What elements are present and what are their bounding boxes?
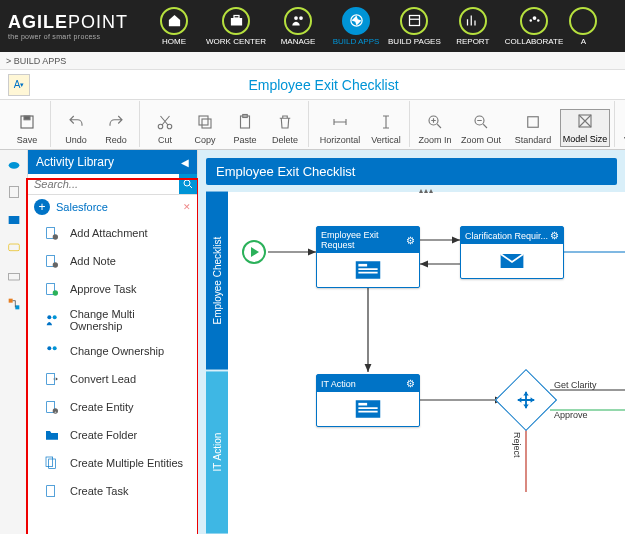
connectors [228, 192, 625, 534]
iconbar-cloud[interactable] [4, 154, 24, 174]
model-size-button[interactable]: Model Size [560, 109, 610, 147]
undo-button[interactable]: Undo [57, 111, 95, 147]
left-iconbar [0, 150, 28, 534]
nav-build-apps[interactable]: BUILD APPS [330, 7, 382, 46]
svg-rect-66 [358, 407, 377, 409]
svg-rect-48 [49, 459, 56, 468]
close-icon[interactable]: ✕ [183, 202, 191, 212]
lib-change-ownership[interactable]: Change Ownership [28, 337, 197, 365]
copy-button[interactable]: Copy [186, 111, 224, 147]
svg-point-39 [47, 315, 51, 319]
svg-rect-5 [409, 16, 419, 26]
lib-add-attachment[interactable]: Add Attachment [28, 219, 197, 247]
svg-rect-28 [8, 244, 19, 251]
swimlanes: Employee Checklist IT Action [206, 192, 228, 534]
circle-icon [569, 7, 597, 35]
gear-icon[interactable]: ⚙ [550, 230, 559, 241]
zoom-out-button[interactable]: Zoom Out [456, 111, 506, 147]
gear-icon[interactable]: ⚙ [406, 235, 415, 246]
mini-tab[interactable]: A▾ [8, 74, 30, 96]
activity-library-panel: Activity Library ◀ + Salesforce ✕ Add At… [28, 150, 198, 534]
nav-build-pages[interactable]: BUILD PAGES [388, 7, 441, 46]
svg-point-38 [53, 290, 58, 295]
group-icon [520, 7, 548, 35]
svg-point-25 [8, 162, 19, 169]
node-it-action[interactable]: IT Action⚙ [316, 374, 420, 427]
svg-rect-47 [46, 457, 53, 466]
svg-rect-1 [234, 16, 239, 19]
lib-change-multi-ownership[interactable]: Change Multi Ownership [28, 303, 197, 337]
svg-rect-20 [528, 117, 539, 128]
standard-button[interactable]: Standard [508, 111, 558, 147]
lib-create-folder[interactable]: Create Folder [28, 421, 197, 449]
lib-create-task[interactable]: Create Task [28, 477, 197, 505]
workspace: Activity Library ◀ + Salesforce ✕ Add At… [0, 150, 625, 534]
lib-create-multiple-entities[interactable]: Create Multiple Entities [28, 449, 197, 477]
nav-manage[interactable]: MANAGE [272, 7, 324, 46]
iconbar-chat[interactable] [4, 238, 24, 258]
lib-approve-task[interactable]: Approve Task [28, 275, 197, 303]
vertical-button[interactable]: Vertical [367, 111, 405, 147]
category-header[interactable]: + Salesforce ✕ [28, 195, 197, 219]
lane-employee-checklist[interactable]: Employee Checklist [206, 192, 228, 370]
cut-button[interactable]: Cut [146, 111, 184, 147]
home-icon [160, 7, 188, 35]
svg-point-42 [53, 346, 57, 350]
iconbar-flow[interactable] [4, 294, 24, 314]
svg-rect-60 [358, 264, 367, 267]
gear-icon[interactable]: ⚙ [406, 378, 415, 389]
process-canvas[interactable]: Employee Exit Checklist Employee Checkli… [198, 150, 625, 534]
briefcase-icon [222, 7, 250, 35]
svg-rect-29 [8, 273, 19, 280]
svg-rect-30 [8, 299, 12, 303]
delete-button[interactable]: Delete [266, 111, 304, 147]
page-title: Employee Exit Checklist [30, 77, 617, 93]
lane-it-action[interactable]: IT Action [206, 371, 228, 533]
svg-point-36 [53, 262, 58, 267]
top-nav: HOME WORK CENTER MANAGE BUILD APPS BUILD… [148, 7, 597, 46]
title-bar: A▾ Employee Exit Checklist [0, 70, 625, 100]
svg-rect-15 [199, 116, 208, 125]
iconbar-doc[interactable] [4, 182, 24, 202]
search-input[interactable] [28, 174, 179, 194]
breadcrumb: > BUILD APPS [0, 52, 625, 70]
svg-point-7 [532, 16, 536, 20]
lib-create-entity[interactable]: +Create Entity [28, 393, 197, 421]
validate-button[interactable]: Validate [621, 111, 625, 147]
nav-home[interactable]: HOME [148, 7, 200, 46]
horizontal-button[interactable]: Horizontal [315, 111, 365, 147]
chevron-left-icon: ◀ [181, 157, 189, 168]
lib-convert-lead[interactable]: Convert Lead [28, 365, 197, 393]
zoom-in-button[interactable]: Zoom In [416, 111, 454, 147]
save-button[interactable]: Save [8, 111, 46, 147]
nav-extra[interactable]: A [569, 7, 597, 46]
plus-icon: + [34, 199, 50, 215]
nav-work-center[interactable]: WORK CENTER [206, 7, 266, 46]
svg-rect-26 [9, 187, 18, 198]
lib-add-note[interactable]: Add Note [28, 247, 197, 275]
svg-rect-0 [230, 18, 241, 26]
svg-rect-67 [358, 411, 377, 413]
node-employee-exit-request[interactable]: Employee Exit Request⚙ [316, 226, 420, 288]
edge-get-clarity: Get Clarity [554, 380, 597, 390]
paste-button[interactable]: Paste [226, 111, 264, 147]
flow-area[interactable]: ▴▴▴ [228, 192, 625, 534]
svg-rect-61 [358, 268, 377, 270]
brand-logo: AGILEPOINT the power of smart process [8, 12, 128, 40]
start-node[interactable] [242, 240, 266, 264]
svg-point-2 [294, 16, 298, 20]
nav-collaborate[interactable]: COLLABORATE [505, 7, 564, 46]
sidebar-header[interactable]: Activity Library ◀ [28, 150, 197, 174]
svg-point-40 [53, 315, 57, 319]
svg-rect-27 [8, 216, 19, 224]
svg-rect-31 [15, 305, 19, 309]
search-button[interactable] [179, 174, 197, 194]
app-header: AGILEPOINT the power of smart process HO… [0, 0, 625, 52]
iconbar-data[interactable] [4, 266, 24, 286]
redo-button[interactable]: Redo [97, 111, 135, 147]
node-clarification-required[interactable]: Clarification Requir...⚙ [460, 226, 564, 279]
svg-rect-11 [24, 116, 30, 120]
nav-report[interactable]: REPORT [447, 7, 499, 46]
svg-rect-65 [358, 403, 367, 406]
iconbar-form[interactable] [4, 210, 24, 230]
